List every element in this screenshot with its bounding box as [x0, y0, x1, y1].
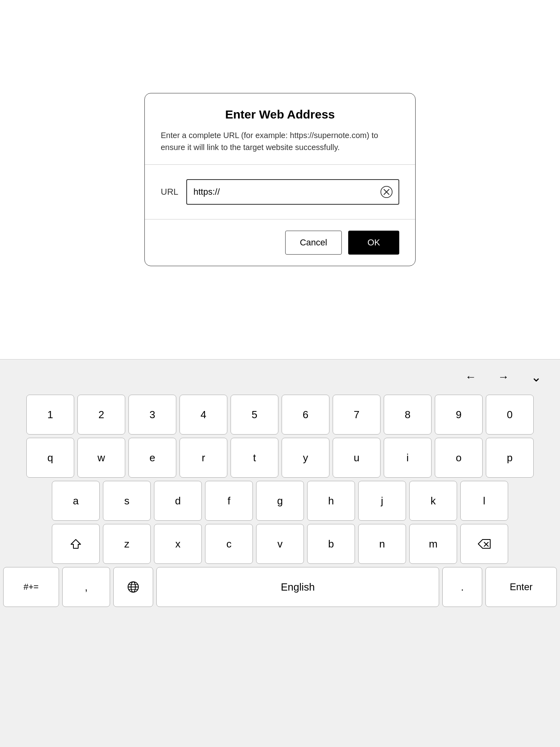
dialog-footer: Cancel OK	[145, 219, 415, 266]
backspace-key[interactable]	[460, 524, 508, 564]
key-e[interactable]: e	[128, 438, 176, 478]
zxcv-row: z x c v b n m	[3, 524, 557, 564]
key-5[interactable]: 5	[231, 395, 278, 435]
nav-forward-button[interactable]: →	[489, 365, 518, 389]
cancel-button[interactable]: Cancel	[285, 231, 342, 255]
key-8[interactable]: 8	[384, 395, 432, 435]
nav-dismiss-button[interactable]: ⌄	[522, 365, 550, 389]
key-d[interactable]: d	[154, 481, 202, 521]
key-k[interactable]: k	[409, 481, 457, 521]
symbols-key[interactable]: #+=	[3, 567, 59, 607]
key-1[interactable]: 1	[26, 395, 74, 435]
key-j[interactable]: j	[358, 481, 406, 521]
keyboard-rows: 1 2 3 4 5 6 7 8 9 0 q w e r t y u i o p …	[0, 393, 560, 607]
qwerty-row: q w e r t y u i o p	[3, 438, 557, 478]
key-g[interactable]: g	[256, 481, 304, 521]
key-i[interactable]: i	[384, 438, 432, 478]
asdf-row: a s d f g h j k l	[3, 481, 557, 521]
key-b[interactable]: b	[307, 524, 355, 564]
key-p[interactable]: p	[486, 438, 534, 478]
key-0[interactable]: 0	[486, 395, 534, 435]
dialog-description: Enter a complete URL (for example: https…	[161, 129, 399, 153]
key-l[interactable]: l	[460, 481, 508, 521]
dialog-body: URL	[145, 164, 415, 219]
key-4[interactable]: 4	[179, 395, 227, 435]
spacebar-key[interactable]: English	[156, 567, 439, 607]
key-c[interactable]: c	[205, 524, 253, 564]
key-w[interactable]: w	[77, 438, 125, 478]
key-y[interactable]: y	[282, 438, 329, 478]
key-n[interactable]: n	[358, 524, 406, 564]
key-r[interactable]: r	[179, 438, 227, 478]
key-u[interactable]: u	[333, 438, 381, 478]
key-v[interactable]: v	[256, 524, 304, 564]
key-f[interactable]: f	[205, 481, 253, 521]
keyboard-area: ← → ⌄ 1 2 3 4 5 6 7 8 9 0 q w e r t	[0, 359, 560, 747]
key-x[interactable]: x	[154, 524, 202, 564]
forward-arrow-icon: →	[498, 371, 509, 383]
dialog-overlay: Enter Web Address Enter a complete URL (…	[0, 0, 560, 359]
nav-back-button[interactable]: ←	[456, 365, 485, 389]
globe-key[interactable]	[113, 567, 153, 607]
numbers-row: 1 2 3 4 5 6 7 8 9 0	[3, 395, 557, 435]
key-z[interactable]: z	[103, 524, 151, 564]
key-9[interactable]: 9	[435, 395, 483, 435]
url-input[interactable]	[186, 179, 399, 205]
key-6[interactable]: 6	[282, 395, 329, 435]
key-t[interactable]: t	[231, 438, 278, 478]
ok-button[interactable]: OK	[348, 231, 399, 255]
key-period[interactable]: .	[442, 567, 482, 607]
shift-key[interactable]	[52, 524, 100, 564]
key-2[interactable]: 2	[77, 395, 125, 435]
key-q[interactable]: q	[26, 438, 74, 478]
key-o[interactable]: o	[435, 438, 483, 478]
chevron-down-icon: ⌄	[531, 370, 542, 385]
dialog-header: Enter Web Address Enter a complete URL (…	[145, 93, 415, 164]
keyboard-nav-row: ← → ⌄	[0, 360, 560, 393]
dialog-title: Enter Web Address	[161, 108, 399, 121]
url-label: URL	[161, 187, 178, 197]
url-input-wrapper	[186, 179, 399, 205]
key-a[interactable]: a	[52, 481, 100, 521]
key-h[interactable]: h	[307, 481, 355, 521]
bottom-row: #+= , English . Enter	[3, 567, 557, 607]
back-arrow-icon: ←	[465, 371, 476, 383]
key-s[interactable]: s	[103, 481, 151, 521]
key-7[interactable]: 7	[333, 395, 381, 435]
enter-key[interactable]: Enter	[485, 567, 557, 607]
key-3[interactable]: 3	[128, 395, 176, 435]
enter-web-address-dialog: Enter Web Address Enter a complete URL (…	[144, 93, 416, 266]
url-clear-button[interactable]	[379, 185, 394, 199]
key-comma[interactable]: ,	[62, 567, 110, 607]
key-m[interactable]: m	[409, 524, 457, 564]
